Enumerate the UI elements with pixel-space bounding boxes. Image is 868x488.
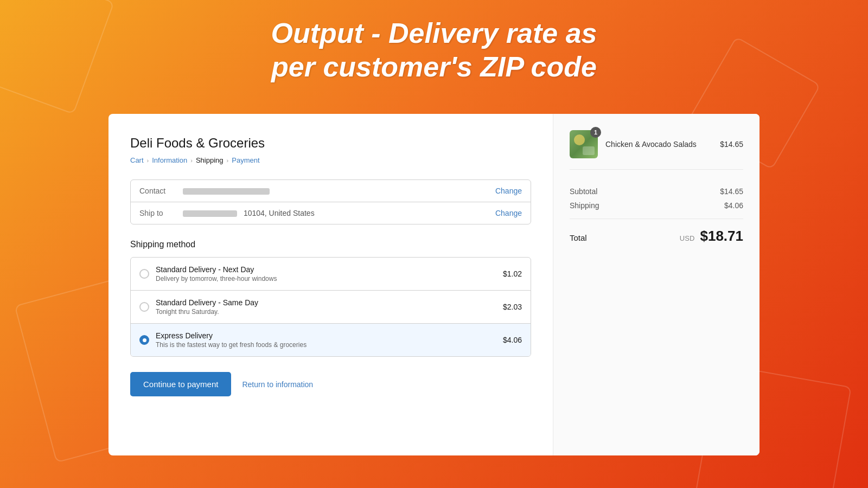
product-price: $14.65 (720, 140, 743, 149)
option-name-standard-next-day: Standard Delivery - Next Day (156, 265, 496, 274)
info-box: Contact Change Ship to 10104, United Sta… (130, 179, 531, 224)
total-label: Total (570, 233, 587, 242)
shipping-value: $4.06 (724, 201, 743, 210)
contact-row: Contact Change (131, 180, 531, 202)
contact-masked (183, 188, 270, 195)
option-name-standard-same-day: Standard Delivery - Same Day (156, 298, 496, 307)
shipping-method-title: Shipping method (130, 240, 531, 249)
ship-to-address: 10104, United States (244, 209, 315, 217)
continue-to-payment-button[interactable]: Continue to payment (130, 372, 231, 396)
product-image-wrap: 1 (570, 130, 598, 158)
option-desc-standard-next-day: Delivery by tomorrow, three-hour windows (156, 275, 496, 282)
ship-to-change[interactable]: Change (495, 209, 522, 217)
option-desc-express: This is the fastest way to get fresh foo… (156, 341, 496, 349)
breadcrumb-payment[interactable]: Payment (232, 156, 259, 164)
product-quantity-badge: 1 (590, 127, 601, 138)
radio-express[interactable] (139, 335, 149, 345)
breadcrumb-sep-1: › (147, 157, 149, 164)
contact-label: Contact (139, 187, 183, 195)
ship-to-label: Ship to (139, 209, 183, 217)
total-row: Total USD $18.71 (570, 219, 743, 245)
breadcrumb: Cart › Information › Shipping › Payment (130, 156, 531, 164)
page-title-section: Output - Delivery rate as per customer's… (0, 16, 868, 84)
action-row: Continue to payment Return to informatio… (130, 372, 531, 396)
ship-to-value: 10104, United States (183, 209, 495, 217)
radio-standard-next-day[interactable] (139, 269, 149, 279)
return-to-information-button[interactable]: Return to information (242, 380, 313, 389)
breadcrumb-sep-2: › (190, 157, 193, 164)
main-card: Deli Foods & Groceries Cart › Informatio… (108, 114, 760, 455)
store-name: Deli Foods & Groceries (130, 136, 531, 151)
shipping-option-express[interactable]: Express Delivery This is the fastest way… (131, 323, 531, 356)
page-title: Output - Delivery rate as per customer's… (0, 16, 868, 84)
shipping-label: Shipping (570, 201, 599, 210)
option-price-express: $4.06 (503, 336, 522, 344)
shipping-row: Shipping $4.06 (570, 201, 743, 210)
breadcrumb-shipping[interactable]: Shipping (196, 156, 224, 164)
shipping-option-standard-same-day[interactable]: Standard Delivery - Same Day Tonight thr… (131, 290, 531, 323)
breadcrumb-cart[interactable]: Cart (130, 156, 144, 164)
breadcrumb-information[interactable]: Information (152, 156, 187, 164)
ship-to-masked (183, 210, 237, 217)
contact-value (183, 187, 495, 195)
contact-change[interactable]: Change (495, 187, 522, 195)
subtotal-row: Subtotal $14.65 (570, 187, 743, 196)
shipping-option-standard-next-day[interactable]: Standard Delivery - Next Day Delivery by… (131, 258, 531, 290)
option-name-express: Express Delivery (156, 331, 496, 340)
total-currency: USD (680, 234, 694, 242)
totals-section: Subtotal $14.65 Shipping $4.06 Total USD… (570, 185, 743, 245)
option-info-standard-same-day: Standard Delivery - Same Day Tonight thr… (156, 298, 496, 316)
radio-standard-same-day[interactable] (139, 302, 149, 312)
total-amount-wrap: USD $18.71 (680, 228, 743, 245)
breadcrumb-sep-3: › (227, 157, 229, 164)
option-desc-standard-same-day: Tonight thru Saturday. (156, 308, 496, 316)
option-info-express: Express Delivery This is the fastest way… (156, 331, 496, 349)
left-panel: Deli Foods & Groceries Cart › Informatio… (108, 114, 553, 455)
total-value: $18.71 (700, 228, 743, 244)
subtotal-label: Subtotal (570, 187, 597, 196)
subtotal-value: $14.65 (720, 187, 743, 196)
option-info-standard-next-day: Standard Delivery - Next Day Delivery by… (156, 265, 496, 282)
option-price-standard-next-day: $1.02 (503, 269, 522, 278)
right-panel: 1 Chicken & Avocado Salads $14.65 Subtot… (553, 114, 760, 455)
ship-to-row: Ship to 10104, United States Change (131, 202, 531, 224)
shipping-options: Standard Delivery - Next Day Delivery by… (130, 257, 531, 357)
option-price-standard-same-day: $2.03 (503, 303, 522, 311)
product-row: 1 Chicken & Avocado Salads $14.65 (570, 130, 743, 170)
product-name: Chicken & Avocado Salads (605, 140, 712, 149)
